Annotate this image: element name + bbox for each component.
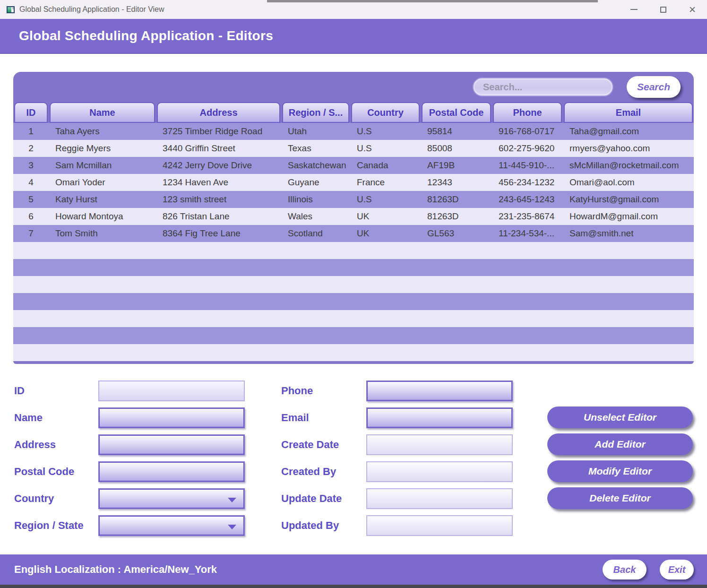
cell-postal-code: AF19B xyxy=(422,160,491,171)
form-right-column: PhoneEmailCreate DateCreated ByUpdate Da… xyxy=(281,380,513,542)
cell-email: Sam@smith.net xyxy=(564,228,693,239)
cell-address: 123 smith street xyxy=(157,194,280,205)
column-header-country[interactable]: Country xyxy=(351,102,420,123)
cell-postal-code: 81263D xyxy=(422,194,491,205)
label-create-date: Create Date xyxy=(281,439,366,451)
exit-button[interactable]: Exit xyxy=(660,560,694,579)
table-row-empty xyxy=(13,310,694,327)
close-button[interactable]: ✕ xyxy=(678,0,707,19)
form-row-email: Email xyxy=(281,407,513,428)
cell-email: Taha@gmail.com xyxy=(564,126,693,137)
table-row-empty xyxy=(13,327,694,344)
column-header-name[interactable]: Name xyxy=(50,102,155,123)
search-button[interactable]: Search xyxy=(627,76,681,98)
cell-postal-code: 85008 xyxy=(422,143,491,154)
label-country: Country xyxy=(14,493,98,505)
cell-address: 3440 Griffin Street xyxy=(157,143,280,154)
updated-by-field xyxy=(366,515,513,536)
cell-id: 4 xyxy=(14,177,48,188)
back-button[interactable]: Back xyxy=(603,560,647,579)
minimize-icon xyxy=(630,9,638,10)
label-created-by: Created By xyxy=(281,466,366,478)
label-update-date: Update Date xyxy=(281,493,366,505)
label-email: Email xyxy=(281,412,366,424)
column-header-region-s[interactable]: Region / S... xyxy=(282,102,349,123)
name-field[interactable] xyxy=(98,407,245,428)
cell-country: U.S xyxy=(351,143,420,154)
cell-postal-code: 81263D xyxy=(422,211,491,222)
table-body: 1Taha Ayers3725 Timber Ridge RoadUtahU.S… xyxy=(13,123,694,361)
table-row[interactable]: 6Howard Montoya826 Tristan LaneWalesUK81… xyxy=(13,208,694,225)
app-window: Global Scheduling Application - Editor V… xyxy=(0,0,707,588)
region-state-dropdown[interactable] xyxy=(98,515,245,536)
label-id: ID xyxy=(14,385,98,397)
table-panel: Search IDNameAddressRegion / S...Country… xyxy=(13,72,694,364)
table-row[interactable]: 7Tom Smith8364 Fig Tree LaneScotlandUKGL… xyxy=(13,225,694,242)
cell-phone: 916-768-0717 xyxy=(493,126,562,137)
cell-name: Katy Hurst xyxy=(50,194,155,205)
cell-id: 6 xyxy=(14,211,48,222)
cell-id: 7 xyxy=(14,228,48,239)
form-row-created-by: Created By xyxy=(281,461,513,482)
postal-code-field[interactable] xyxy=(98,461,245,482)
cell-address: 4242 Jerry Dove Drive xyxy=(157,160,280,171)
window-controls: ✕ xyxy=(619,0,707,19)
table-row-empty xyxy=(13,259,694,276)
cell-phone: 231-235-8674 xyxy=(493,211,562,222)
column-header-email[interactable]: Email xyxy=(564,102,693,123)
column-header-phone[interactable]: Phone xyxy=(493,102,562,123)
cell-country: UK xyxy=(351,228,420,239)
maximize-button[interactable] xyxy=(648,0,678,19)
column-header-postal-code[interactable]: Postal Code xyxy=(422,102,491,123)
minimize-button[interactable] xyxy=(619,0,648,19)
cell-region: Utah xyxy=(282,126,349,137)
cell-name: Howard Montoya xyxy=(50,211,155,222)
modify-editor-button[interactable]: Modify Editor xyxy=(547,460,693,482)
cell-postal-code: GL563 xyxy=(422,228,491,239)
cell-phone: 602-275-9620 xyxy=(493,143,562,154)
footer-buttons: Back Exit xyxy=(603,560,694,579)
cell-phone: 11-445-910-... xyxy=(493,160,562,171)
cell-country: UK xyxy=(351,211,420,222)
background-window-edge xyxy=(267,0,598,2)
cell-country: U.S xyxy=(351,194,420,205)
cell-region: Saskatchewan xyxy=(282,160,349,171)
search-input[interactable] xyxy=(473,78,613,96)
cell-email: rmyers@yahoo.com xyxy=(564,143,693,154)
cell-country: France xyxy=(351,177,420,188)
table-row[interactable]: 3Sam Mcmillan4242 Jerry Dove DriveSaskat… xyxy=(13,157,694,174)
phone-field[interactable] xyxy=(366,380,513,401)
localization-status: English Localization : America/New_York xyxy=(14,563,217,576)
cell-email: KatyHurst@gmail.com xyxy=(564,194,693,205)
address-field[interactable] xyxy=(98,434,245,455)
form-row-phone: Phone xyxy=(281,380,513,401)
country-dropdown[interactable] xyxy=(98,488,245,509)
form-row-region-state: Region / State xyxy=(14,515,245,536)
cell-id: 5 xyxy=(14,194,48,205)
footer-bar: English Localization : America/New_York … xyxy=(0,554,707,585)
table-row-empty xyxy=(13,276,694,293)
table-row[interactable]: 2Reggie Myers3440 Griffin StreetTexasU.S… xyxy=(13,140,694,157)
table-row[interactable]: 5Katy Hurst123 smith streetIllinoisU.S81… xyxy=(13,191,694,208)
maximize-icon xyxy=(660,7,666,13)
cell-address: 8364 Fig Tree Lane xyxy=(157,228,280,239)
cell-id: 2 xyxy=(14,143,48,154)
column-header-address[interactable]: Address xyxy=(157,102,280,123)
table-row[interactable]: 1Taha Ayers3725 Timber Ridge RoadUtahU.S… xyxy=(13,123,694,140)
form-row-update-date: Update Date xyxy=(281,488,513,509)
email-field[interactable] xyxy=(366,407,513,428)
app-icon xyxy=(7,6,15,13)
table-header: IDNameAddressRegion / S...CountryPostal … xyxy=(13,102,694,123)
unselect-editor-button[interactable]: Unselect Editor xyxy=(547,406,693,428)
cell-id: 3 xyxy=(14,160,48,171)
add-editor-button[interactable]: Add Editor xyxy=(547,433,693,455)
cell-name: Taha Ayers xyxy=(50,126,155,137)
form-row-create-date: Create Date xyxy=(281,434,513,455)
cell-name: Tom Smith xyxy=(50,228,155,239)
column-header-id[interactable]: ID xyxy=(14,102,48,123)
delete-editor-button[interactable]: Delete Editor xyxy=(547,487,693,509)
update-date-field xyxy=(366,488,513,509)
cell-phone: 456-234-1232 xyxy=(493,177,562,188)
table-row[interactable]: 4Omari Yoder1234 Haven AveGuyaneFrance12… xyxy=(13,174,694,191)
page-title: Global Scheduling Application - Editors xyxy=(19,28,273,43)
